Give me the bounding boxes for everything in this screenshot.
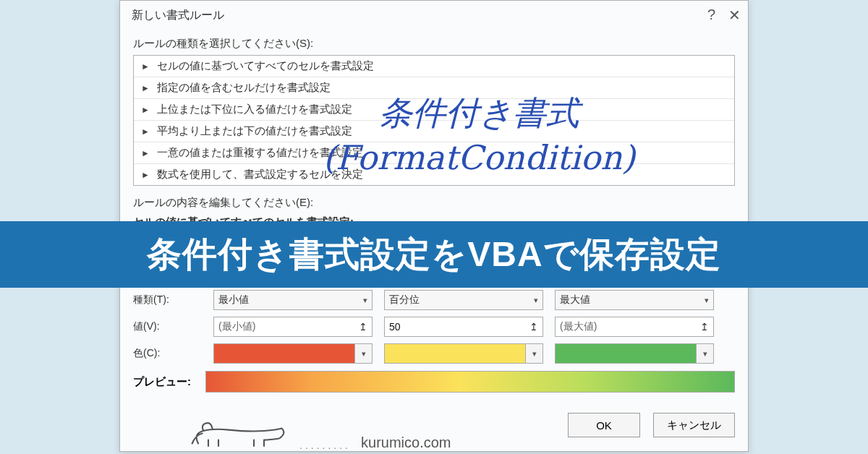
value-label: 値(V): [133,320,202,333]
type-label: 種類(T): [133,294,202,307]
value-min-input[interactable]: (最小値)↥ [213,317,373,337]
dog-icon [188,416,289,451]
title-banner: 条件付き書式設定をVBAで保存設定 [0,221,868,288]
select-value: 百分位 [389,294,420,307]
footer-dots: ......... [299,440,351,451]
window-buttons: ? ✕ [707,7,741,24]
value-max-input[interactable]: (最大値)↥ [555,317,714,337]
rule-text: 指定の値を含むセルだけを書式設定 [157,81,331,95]
color-swatch [556,344,696,363]
type-mid-select[interactable]: 百分位▾ [384,290,543,310]
rule-type-list[interactable]: ►セルの値に基づいてすべてのセルを書式設定 ►指定の値を含むセルだけを書式設定 … [133,55,735,186]
preview-label: プレビュー: [133,375,198,389]
site-name: kurumico.com [361,434,451,451]
list-item[interactable]: ►一意の値または重複する値だけを書式設定 [134,142,734,164]
color-swatch [385,344,525,363]
select-value: 最小値 [218,294,249,307]
list-item[interactable]: ►数式を使用して、書式設定するセルを決定 [134,164,734,185]
rule-text: セルの値に基づいてすべてのセルを書式設定 [157,59,374,73]
list-item[interactable]: ►セルの値に基づいてすべてのセルを書式設定 [134,56,734,77]
select-value: 最大値 [560,294,590,307]
chevron-down-icon: ▾ [705,296,709,305]
banner-text: 条件付き書式設定をVBAで保存設定 [147,231,720,278]
bullet-icon: ► [141,170,150,180]
chevron-down-icon: ▾ [696,344,713,363]
chevron-down-icon: ▾ [354,344,372,363]
footer: ......... kurumico.com [188,416,451,451]
edit-rule-label: ルールの内容を編集してください(E): [133,196,735,210]
button-label: OK [596,419,612,432]
preview-gradient [205,371,735,393]
list-item[interactable]: ►指定の値を含むセルだけを書式設定 [134,77,734,99]
bullet-icon: ► [141,61,150,72]
bullet-icon: ► [141,105,150,115]
arrow-up-icon: ↥ [359,321,367,333]
dialog-title: 新しい書式ルール [132,8,224,23]
bullet-icon: ► [141,127,150,137]
input-value: (最大値) [560,320,597,333]
chevron-down-icon: ▾ [534,296,538,305]
ok-button[interactable]: OK [568,413,640,437]
bullet-icon: ► [141,148,150,158]
type-min-select[interactable]: 最小値▾ [213,290,373,310]
arrow-up-icon: ↥ [700,321,709,333]
dialog-body: ルールの種類を選択してください(S): ►セルの値に基づいてすべてのセルを書式設… [120,30,748,403]
color-min-select[interactable]: ▾ [213,343,373,364]
arrow-up-icon: ↥ [529,321,538,333]
cancel-button[interactable]: キャンセル [653,413,735,437]
list-item[interactable]: ►平均より上または下の値だけを書式設定 [134,121,734,142]
color-label: 色(C): [133,347,202,360]
chevron-down-icon: ▾ [525,344,542,363]
type-max-select[interactable]: 最大値▾ [555,290,714,310]
rule-text: 数式を使用して、書式設定するセルを決定 [157,168,363,181]
input-value: 50 [389,321,401,333]
color-swatch [214,344,354,363]
input-value: (最小値) [218,320,255,333]
list-item[interactable]: ►上位または下位に入る値だけを書式設定 [134,99,734,121]
rule-type-label: ルールの種類を選択してください(S): [133,37,735,51]
bullet-icon: ► [141,83,150,93]
titlebar: 新しい書式ルール ? ✕ [120,1,748,30]
value-mid-input[interactable]: 50↥ [384,317,543,337]
color-max-select[interactable]: ▾ [555,343,714,364]
button-label: キャンセル [667,419,721,432]
rule-text: 上位または下位に入る値だけを書式設定 [157,103,352,116]
close-icon[interactable]: ✕ [728,7,741,24]
color-mid-select[interactable]: ▾ [384,343,543,364]
help-icon[interactable]: ? [707,7,715,24]
rule-text: 平均より上または下の値だけを書式設定 [157,124,352,138]
chevron-down-icon: ▾ [363,296,367,305]
preview-row: プレビュー: [133,371,735,393]
rule-text: 一意の値または重複する値だけを書式設定 [157,146,363,160]
